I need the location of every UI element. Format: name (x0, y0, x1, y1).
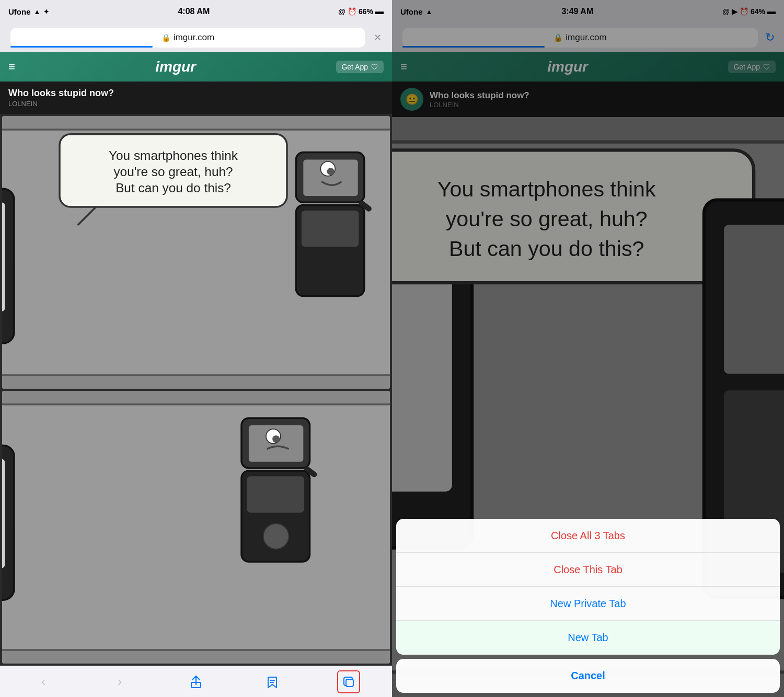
cancel-button[interactable]: Cancel (396, 659, 780, 693)
svg-rect-19 (302, 211, 359, 247)
new-tab-button[interactable]: New Tab (396, 621, 780, 655)
close-this-tab-button[interactable]: Close This Tab (396, 553, 780, 587)
left-time: 4:08 AM (178, 7, 210, 16)
left-close-tab-button[interactable]: ✕ (370, 30, 386, 45)
svg-text:you're so great, huh?: you're so great, huh? (113, 165, 233, 179)
left-tabs-icon (342, 675, 355, 689)
left-get-app-icon: 🛡 (371, 63, 378, 71)
left-comic-panels: You smartphones think you're so great, h… (0, 114, 392, 666)
left-location-icon: @ (338, 7, 345, 16)
left-hamburger-icon[interactable]: ≡ (8, 60, 15, 74)
left-bookmarks-button[interactable] (261, 670, 284, 693)
left-url-text: imgur.com (174, 32, 214, 43)
svg-rect-43 (346, 679, 353, 687)
svg-rect-23 (2, 404, 390, 650)
left-post-author: LOLNEIN (8, 100, 384, 108)
left-lock-icon: 🔒 (162, 33, 170, 42)
action-sheet-cancel-group: Cancel (396, 659, 780, 693)
close-this-tab-label: Close This Tab (554, 564, 622, 576)
svg-text:But can you do this?: But can you do this? (116, 181, 231, 195)
svg-rect-36 (247, 477, 304, 513)
left-back-icon: ‹ (41, 673, 46, 690)
new-tab-label: New Tab (568, 632, 608, 644)
left-comic-panel-2 (2, 391, 390, 664)
left-toolbar: ‹ › (0, 666, 392, 697)
left-back-button[interactable]: ‹ (32, 670, 55, 693)
right-browser-panel: Ufone ▲ 3:49 AM @ ▶ ⏰ 64% ▬ 🔒 imgur.com … (392, 0, 784, 697)
left-battery: 66% (359, 7, 373, 16)
left-status-bar: Ufone ▲ ✦ 4:08 AM @ ⏰ 66% ▬ (0, 0, 392, 23)
new-private-tab-button[interactable]: New Private Tab (396, 587, 780, 621)
left-bookmarks-icon (266, 675, 279, 689)
left-carrier: Ufone (8, 7, 31, 16)
svg-rect-25 (2, 459, 5, 568)
left-share-button[interactable] (185, 670, 207, 693)
left-alarm-icon: ⏰ (348, 7, 356, 16)
left-share-icon (189, 675, 203, 689)
left-browser-panel: Ufone ▲ ✦ 4:08 AM @ ⏰ 66% ▬ 🔒 imgur.com … (0, 0, 392, 697)
svg-rect-8 (2, 202, 5, 311)
close-all-tabs-button[interactable]: Close All 3 Tabs (396, 519, 780, 553)
left-url-field[interactable]: 🔒 imgur.com (10, 28, 365, 48)
action-sheet-main-group: Close All 3 Tabs Close This Tab New Priv… (396, 519, 780, 655)
left-forward-button[interactable]: › (108, 670, 131, 693)
left-comic-panel-1: You smartphones think you're so great, h… (2, 116, 390, 389)
svg-point-17 (327, 168, 335, 175)
left-imgur-header: ≡ imgur Get App 🛡 (0, 52, 392, 82)
left-get-app-label: Get App (341, 63, 368, 71)
left-address-bar: 🔒 imgur.com ✕ (0, 23, 392, 52)
left-post-title: Who looks stupid now? (8, 88, 384, 99)
left-content-area: Who looks stupid now? LOLNEIN You smartp… (0, 82, 392, 666)
left-get-app-button[interactable]: Get App 🛡 (336, 61, 384, 73)
svg-point-37 (263, 524, 289, 549)
new-private-tab-label: New Private Tab (550, 598, 626, 610)
svg-text:You smartphones think: You smartphones think (109, 148, 238, 162)
left-status-left: Ufone ▲ ✦ (8, 7, 49, 16)
left-wifi-icon: ▲ (34, 8, 41, 16)
close-all-tabs-label: Close All 3 Tabs (551, 530, 625, 542)
cancel-label: Cancel (571, 670, 605, 682)
left-tabs-button[interactable] (337, 670, 360, 693)
svg-point-34 (272, 435, 280, 443)
action-sheet-overlay: Close All 3 Tabs Close This Tab New Priv… (392, 0, 784, 697)
left-post-header: Who looks stupid now? LOLNEIN (0, 82, 392, 114)
action-sheet: Close All 3 Tabs Close This Tab New Priv… (396, 519, 780, 697)
left-status-right: @ ⏰ 66% ▬ (338, 7, 384, 16)
left-imgur-logo: imgur (155, 59, 196, 75)
left-battery-icon: ▬ (375, 7, 384, 16)
left-forward-icon: › (118, 673, 122, 690)
left-signal-icon: ✦ (43, 8, 49, 16)
